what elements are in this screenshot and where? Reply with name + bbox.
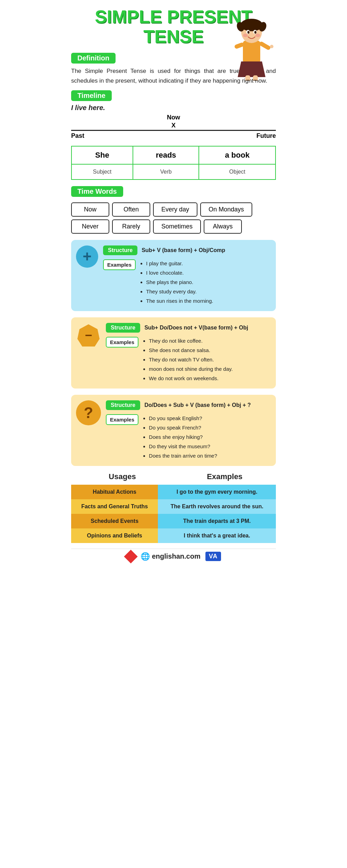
girl-illustration bbox=[227, 8, 276, 81]
verb-label: Verb bbox=[133, 164, 199, 180]
usage-row: Opinions and BeliefsI think that's a gre… bbox=[71, 528, 276, 543]
question-section: ? Structure Do/Does + Sub + V (base form… bbox=[71, 395, 276, 466]
time-word-item: Rarely bbox=[112, 219, 150, 234]
object-label: Object bbox=[199, 164, 276, 180]
positive-formula: Sub+ V (base form) + Obj/Comp bbox=[142, 247, 225, 253]
time-word-item: Every day bbox=[153, 202, 197, 217]
globe-icon: 🌐 bbox=[141, 552, 150, 561]
usage-cell: Facts and General Truths bbox=[71, 499, 158, 514]
example-item: She does not dance salsa. bbox=[149, 345, 233, 355]
positive-structure-badge: Structure bbox=[103, 245, 137, 255]
svg-point-9 bbox=[254, 31, 256, 34]
svg-rect-15 bbox=[245, 75, 250, 81]
usages-section: Usages Examples Habitual ActionsI go to … bbox=[71, 472, 276, 543]
footer-logo: VA bbox=[205, 552, 221, 561]
future-label: Future bbox=[256, 132, 276, 140]
svg-point-18 bbox=[252, 80, 259, 81]
time-word-item: On Mondays bbox=[200, 202, 252, 217]
example-item: They do not watch TV often. bbox=[149, 355, 233, 364]
timeline-badge: Timeline bbox=[71, 90, 112, 101]
time-words-badge: Time Words bbox=[71, 186, 123, 197]
time-words-section: Time Words NowOftenEvery dayOn MondaysNe… bbox=[71, 186, 276, 234]
time-word-item: Sometimes bbox=[153, 219, 201, 234]
minus-icon-wrapper: − bbox=[76, 323, 101, 348]
subject-label: Subject bbox=[71, 164, 133, 180]
usage-row: Scheduled EventsThe train departs at 3 P… bbox=[71, 514, 276, 528]
negative-with-icon: − Structure Sub+ Do/Does not + V(base fo… bbox=[76, 323, 271, 383]
question-structure-row: Structure Do/Does + Sub + V (base form) … bbox=[106, 400, 271, 410]
example-cell: I think that's a great idea. bbox=[158, 528, 276, 543]
footer: 🌐 englishan.com VA bbox=[71, 549, 276, 561]
example-item: She plays the piano. bbox=[146, 277, 213, 287]
negative-examples-badge: Examples bbox=[106, 337, 138, 348]
definition-badge: Definition bbox=[71, 53, 116, 64]
example-item: They study every day. bbox=[146, 287, 213, 296]
example-item: They do not like coffee. bbox=[149, 336, 233, 345]
positive-structure-row: Structure Sub+ V (base form) + Obj/Comp bbox=[103, 245, 271, 255]
object-word: a book bbox=[199, 146, 276, 164]
positive-content: Structure Sub+ V (base form) + Obj/Comp … bbox=[103, 245, 271, 306]
svg-point-8 bbox=[247, 31, 249, 34]
subject-word: She bbox=[71, 146, 133, 164]
time-word-item: Often bbox=[112, 202, 150, 217]
positive-examples-list: I play the guitar.I love chocolate.She p… bbox=[140, 259, 213, 306]
positive-with-icon: + Structure Sub+ V (base form) + Obj/Com… bbox=[76, 245, 271, 306]
negative-structure-row: Structure Sub+ Do/Does not + V(base form… bbox=[106, 323, 271, 333]
time-words-grid: NowOftenEvery dayOn MondaysNeverRarelySo… bbox=[71, 202, 276, 234]
negative-section: − Structure Sub+ Do/Does not + V(base fo… bbox=[71, 317, 276, 389]
time-word-item: Always bbox=[204, 219, 242, 234]
svg-rect-13 bbox=[259, 41, 271, 51]
example-item: Do you speak English? bbox=[149, 414, 217, 423]
question-formula: Do/Does + Sub + V (base form) + Obj + ? bbox=[144, 402, 251, 408]
question-icon: ? bbox=[76, 400, 101, 425]
svg-point-10 bbox=[243, 34, 248, 37]
svg-marker-1 bbox=[238, 61, 265, 77]
footer-diamond bbox=[124, 550, 138, 564]
title-line2: TENSE bbox=[143, 26, 203, 47]
sentence-table: She reads a book Subject Verb Object bbox=[71, 146, 276, 180]
question-content: Structure Do/Does + Sub + V (base form) … bbox=[106, 400, 271, 460]
verb-word: reads bbox=[133, 146, 199, 164]
negative-formula: Sub+ Do/Does not + V(base form) + Obj bbox=[144, 325, 248, 331]
question-examples-row: Examples Do you speak English?Do you spe… bbox=[106, 414, 271, 460]
svg-point-14 bbox=[270, 45, 273, 48]
example-item: I love chocolate. bbox=[146, 268, 213, 277]
svg-point-11 bbox=[255, 34, 260, 37]
usages-col-header: Usages bbox=[71, 472, 174, 483]
example-item: The sun rises in the morning. bbox=[146, 296, 213, 306]
past-label: Past bbox=[71, 132, 84, 140]
example-cell: I go to the gym every morning. bbox=[158, 485, 276, 499]
time-word-item: Never bbox=[71, 219, 109, 234]
timeline-section: Timeline I live here. Now X Past Future bbox=[71, 90, 276, 140]
example-item: I play the guitar. bbox=[146, 259, 213, 268]
negative-content: Structure Sub+ Do/Does not + V(base form… bbox=[106, 323, 271, 383]
svg-point-17 bbox=[244, 80, 251, 81]
now-x: X bbox=[71, 122, 276, 129]
example-item: We do not work on weekends. bbox=[149, 374, 233, 383]
negative-examples-row: Examples They do not like coffee.She doe… bbox=[106, 336, 271, 383]
usages-header-row: Usages Examples bbox=[71, 472, 276, 483]
time-word-item: Now bbox=[71, 202, 109, 217]
usage-cell: Scheduled Events bbox=[71, 514, 158, 528]
negative-structure-badge: Structure bbox=[106, 323, 140, 333]
svg-rect-16 bbox=[253, 75, 258, 81]
usage-cell: Habitual Actions bbox=[71, 485, 158, 499]
example-cell: The Earth revolves around the sun. bbox=[158, 499, 276, 514]
example-item: Do you speak French? bbox=[149, 423, 217, 432]
example-item: Does she enjoy hiking? bbox=[149, 432, 217, 442]
question-examples-badge: Examples bbox=[106, 414, 138, 425]
positive-examples-row: Examples I play the guitar.I love chocol… bbox=[103, 259, 271, 306]
examples-col-header: Examples bbox=[174, 472, 276, 483]
now-label: Now bbox=[71, 114, 276, 121]
usage-cell: Opinions and Beliefs bbox=[71, 528, 158, 543]
svg-text:−: − bbox=[85, 328, 92, 342]
question-structure-badge: Structure bbox=[106, 400, 140, 410]
footer-site: englishan.com bbox=[152, 552, 201, 560]
usages-table: Habitual ActionsI go to the gym every mo… bbox=[71, 485, 276, 543]
usage-row: Habitual ActionsI go to the gym every mo… bbox=[71, 485, 276, 499]
footer-text: 🌐 englishan.com bbox=[141, 552, 201, 561]
plus-icon: + bbox=[76, 245, 98, 268]
example-item: Does the train arrive on time? bbox=[149, 451, 217, 460]
positive-section: + Structure Sub+ V (base form) + Obj/Com… bbox=[71, 240, 276, 311]
positive-examples-badge: Examples bbox=[103, 259, 136, 270]
